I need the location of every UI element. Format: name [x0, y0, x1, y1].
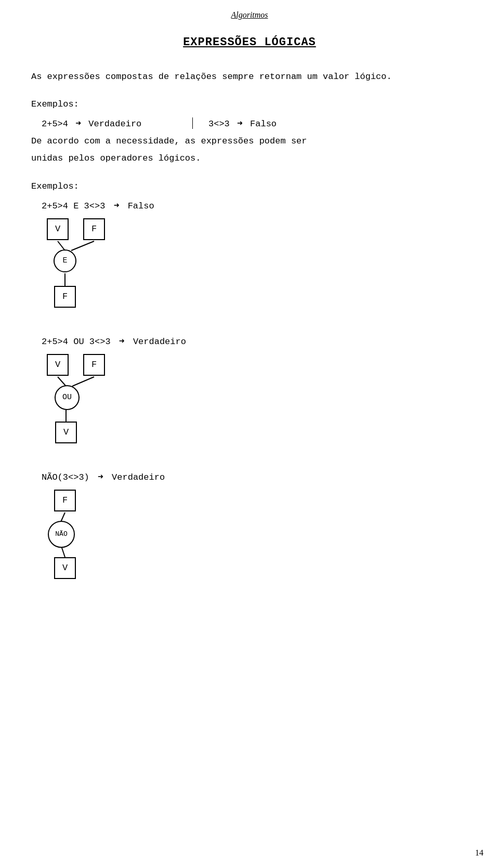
page-number: 14 [475, 848, 483, 858]
svg-line-1 [71, 241, 94, 251]
svg-line-6 [61, 512, 65, 522]
node-f4: F [54, 490, 76, 511]
diagram-ou: 2+5>4 OU 3<>3 ➜ Verdadeiro V F OU V [31, 335, 468, 450]
svg-line-4 [72, 377, 94, 386]
diagram-e: 2+5>4 E 3<>3 ➜ Falso V F E F [31, 200, 468, 314]
arrow-left: ➜ [75, 119, 81, 129]
diagram-e-title: 2+5>4 E 3<>3 ➜ Falso [42, 200, 468, 211]
arrow-ou: ➜ [119, 336, 125, 347]
svg-line-0 [58, 241, 65, 251]
arrow-nao: ➜ [98, 472, 103, 482]
first-examples-label: Exemplos: [31, 99, 468, 109]
intro-text: As expressões compostas de relações semp… [31, 70, 468, 84]
node-v1: V [47, 218, 69, 240]
node-f3: F [83, 354, 105, 376]
second-examples-label: Exemplos: [31, 181, 468, 191]
arrow-e: ➜ [114, 201, 120, 211]
header-title: Algoritmos [231, 10, 268, 19]
diagram-ou-container: V F OU V [42, 354, 146, 450]
node-nao1: NÃO [48, 521, 75, 548]
diagram-nao-title: NÃO(3<>3) ➜ Verdadeiro [42, 471, 468, 482]
description-line1: De acordo com a necessidade, as expressõ… [31, 134, 468, 148]
svg-line-3 [58, 377, 66, 386]
arrow-right: ➜ [237, 119, 243, 129]
diagram-nao: NÃO(3<>3) ➜ Verdadeiro F NÃO V [31, 471, 468, 586]
description-line2: unidas pelos operadores lógicos. [31, 151, 468, 165]
main-title: EXPRESSÕES LÓGICAS [31, 36, 468, 49]
node-v2: V [47, 354, 69, 376]
diagram-e-container: V F E F [42, 218, 135, 314]
node-v-result3: V [54, 557, 76, 579]
node-ou1: OU [55, 385, 80, 410]
node-f-result1: F [54, 286, 76, 308]
vertical-divider [192, 117, 193, 129]
diagram-nao-container: F NÃO V [42, 490, 135, 586]
node-v-result2: V [55, 422, 77, 443]
diagram-ou-title: 2+5>4 OU 3<>3 ➜ Verdadeiro [42, 335, 468, 347]
first-example-right: 3<>3 ➜ Falso [208, 117, 277, 129]
node-e1: E [54, 249, 76, 272]
node-f1: F [83, 218, 105, 240]
first-example-left: 2+5>4 ➜ Verdadeiro [42, 117, 177, 129]
page-header: Algoritmos [31, 10, 468, 20]
